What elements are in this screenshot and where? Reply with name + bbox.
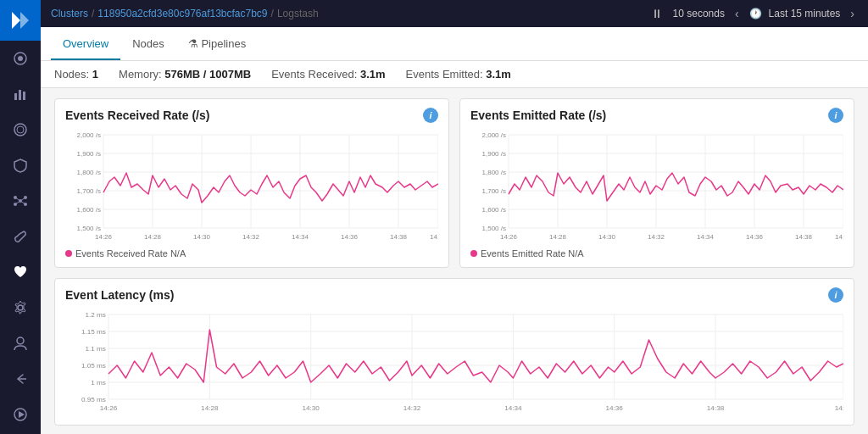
svg-text:14:32: 14:32 [648,233,665,241]
nav-tabs: Overview Nodes ⚗ Pipelines [41,27,868,61]
svg-text:14:28: 14:28 [144,233,162,241]
svg-text:14:36: 14:36 [746,233,764,241]
logo [0,0,41,41]
main-content: Clusters / 118950a2cfd3e80c976af13bcfac7… [41,0,868,434]
svg-point-8 [17,126,24,133]
bar-chart-icon[interactable] [0,76,41,112]
emitted-chart-container: 2,000 /s 1,900 /s 1,800 /s 1,700 /s 1,60… [470,126,843,245]
emitted-stat: Events Emitted: 3.1m [406,68,511,81]
svg-line-15 [20,198,25,201]
gear-icon[interactable] [0,290,41,326]
svg-point-18 [18,305,23,310]
time-range-display: Last 15 minutes [769,8,841,19]
svg-text:14:26: 14:26 [100,404,118,412]
svg-text:14:36: 14:36 [605,404,623,412]
svg-text:14:30: 14:30 [302,404,320,412]
circle-icon[interactable] [0,112,41,147]
heart-icon[interactable] [0,254,41,290]
charts-area: Events Received Rate (/s) i [41,88,868,434]
emitted-info-icon[interactable]: i [828,108,843,123]
svg-marker-0 [12,12,20,29]
svg-text:1,800 /s: 1,800 /s [77,169,101,176]
clusters-link[interactable]: Clusters [51,8,88,19]
svg-text:1,500 /s: 1,500 /s [77,225,101,232]
prev-button[interactable]: ‹ [732,5,743,22]
cluster-id-link[interactable]: 118950a2cfd3e80c976af13bcfac7bc9 [97,8,267,19]
breadcrumb: Clusters / 118950a2cfd3e80c976af13bcfac7… [51,8,319,19]
breadcrumb-sep2: / [271,8,274,19]
svg-text:1,500 /s: 1,500 /s [482,225,506,232]
svg-text:14:30: 14:30 [598,233,616,241]
svg-text:1.15 ms: 1.15 ms [81,328,106,336]
emitted-legend-label: Events Emitted Rate N/A [481,248,584,259]
svg-text:14:34: 14:34 [504,404,522,412]
svg-line-17 [20,201,25,204]
received-chart-legend: Events Received Rate N/A [65,248,438,259]
page-name: Logstash [277,8,319,19]
wrench-icon[interactable] [0,219,41,254]
latency-chart: Event Latency (ms) i [54,278,854,426]
received-info-icon[interactable]: i [423,108,438,123]
svg-text:2,000 /s: 2,000 /s [77,131,101,139]
emitted-chart-title: Events Emitted Rate (/s) [470,108,606,122]
svg-text:14:34: 14:34 [697,233,715,241]
topbar: Clusters / 118950a2cfd3e80c976af13bcfac7… [41,0,868,27]
home-icon[interactable] [0,41,41,76]
nodes-icon[interactable] [0,183,41,219]
svg-text:2,000 /s: 2,000 /s [482,131,506,139]
received-chart-svg: 2,000 /s 1,900 /s 1,800 /s 1,700 /s 1,60… [65,126,438,245]
svg-text:14:32: 14:32 [403,404,421,412]
svg-text:1,900 /s: 1,900 /s [482,150,506,158]
svg-text:0.95 ms: 0.95 ms [81,396,106,403]
svg-text:1.1 ms: 1.1 ms [85,345,105,353]
received-stat: Events Received: 3.1m [271,68,385,81]
breadcrumb-sep1: / [92,8,94,19]
svg-text:14:38: 14:38 [390,233,408,241]
svg-text:14:30: 14:30 [193,233,211,241]
received-legend-dot [65,250,72,257]
tab-pipelines[interactable]: ⚗ Pipelines [176,29,258,60]
chart-title-row-emitted: Events Emitted Rate (/s) i [470,108,843,123]
back-icon[interactable] [0,361,41,397]
svg-text:14:26: 14:26 [500,233,518,241]
svg-text:14:36: 14:36 [341,233,359,241]
tab-overview[interactable]: Overview [51,29,120,60]
emitted-legend-dot [470,250,477,257]
received-chart-container: 2,000 /s 1,900 /s 1,800 /s 1,700 /s 1,60… [65,126,438,245]
user-icon[interactable] [0,326,41,361]
chart-title-row-latency: Event Latency (ms) i [65,287,843,303]
svg-text:14:40: 14:40 [835,404,843,412]
svg-text:1.05 ms: 1.05 ms [81,362,106,370]
svg-point-19 [17,337,24,344]
svg-marker-22 [19,411,25,418]
svg-marker-1 [20,12,29,29]
svg-text:1,800 /s: 1,800 /s [482,169,506,176]
time-range-icon: 🕐 [749,8,762,19]
svg-point-7 [14,124,26,136]
svg-text:14:34: 14:34 [292,233,309,241]
svg-text:14:40: 14:40 [835,233,843,241]
svg-text:1.2 ms: 1.2 ms [85,311,105,319]
svg-rect-5 [19,90,21,100]
latency-chart-svg: 1.2 ms 1.15 ms 1.1 ms 1.05 ms 1 ms 0.95 … [65,306,843,416]
topbar-right: ⏸ 10 seconds ‹ 🕐 Last 15 minutes › [648,5,858,22]
pause-button[interactable]: ⏸ [648,5,666,22]
latency-chart-container: 1.2 ms 1.15 ms 1.1 ms 1.05 ms 1 ms 0.95 … [65,306,843,416]
play-icon[interactable] [0,397,41,432]
svg-line-16 [15,201,20,204]
svg-text:14:40: 14:40 [430,233,438,241]
svg-text:1,700 /s: 1,700 /s [482,187,506,195]
received-chart-title: Events Received Rate (/s) [65,108,209,122]
shield-icon[interactable] [0,147,41,183]
next-button[interactable]: › [847,5,858,22]
svg-text:14:26: 14:26 [95,233,113,241]
latency-chart-title: Event Latency (ms) [65,288,174,302]
received-rate-chart: Events Received Rate (/s) i [54,98,449,268]
svg-text:14:28: 14:28 [549,233,567,241]
latency-info-icon[interactable]: i [828,287,843,303]
svg-rect-4 [14,93,17,100]
svg-text:14:38: 14:38 [795,233,813,241]
tab-nodes[interactable]: Nodes [120,29,176,60]
svg-text:1,600 /s: 1,600 /s [77,206,101,214]
chart-title-row-received: Events Received Rate (/s) i [65,108,438,123]
